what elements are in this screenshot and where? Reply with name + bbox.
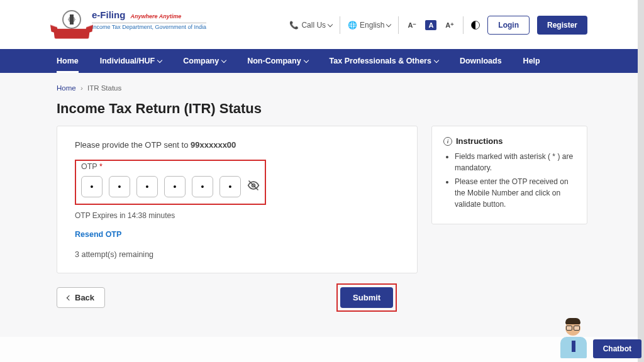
brand-logo: e-Filing Anywhere Anytime Income Tax Dep… [57,10,206,40]
call-us-dropdown[interactable]: 📞 Call Us [289,21,332,30]
otp-digit-6[interactable] [219,176,241,197]
otp-highlight: OTP * [75,160,266,205]
submit-highlight: Submit [336,283,397,312]
login-button[interactable]: Login [487,16,530,35]
nav-noncompany-label: Non-Company [247,57,301,65]
nav-company[interactable]: Company [183,49,226,73]
main-nav: Home Individual/HUF Company Non-Company … [0,49,644,73]
back-button[interactable]: Back [57,287,105,308]
nav-downloads[interactable]: Downloads [460,49,502,73]
info-icon: i [443,137,452,146]
chevron-down-icon [434,57,439,62]
breadcrumb: Home › ITR Status [57,80,587,101]
nav-individual-label: Individual/HUF [100,57,155,65]
nav-individual[interactable]: Individual/HUF [100,49,162,73]
back-label: Back [75,293,94,302]
resend-otp-link[interactable]: Resend OTP [75,230,399,239]
chevron-down-icon [328,21,333,26]
page-title: Income Tax Return (ITR) Status [57,101,587,117]
nav-help[interactable]: Help [523,49,540,73]
otp-digit-3[interactable] [136,176,158,197]
brand-subtitle: Income Tax Department, Government of Ind… [92,25,206,31]
instruction-item: Fields marked with asterisk ( * ) are ma… [455,151,575,173]
nav-taxpro[interactable]: Tax Professionals & Others [330,49,438,73]
otp-mobile: 99xxxxxx00 [191,140,236,150]
contrast-toggle-icon[interactable] [471,21,480,30]
otp-expiry: OTP Expires in 14:38 minutes [75,211,399,220]
language-dropdown[interactable]: 🌐 English [348,21,391,30]
nav-taxpro-label: Tax Professionals & Others [330,57,431,65]
instruction-item: Please enter the OTP received on the Mob… [455,176,575,210]
toggle-visibility-icon[interactable] [247,179,260,195]
divider [340,16,340,34]
otp-intro-text: Please provide the OTP sent to [75,140,191,150]
globe-icon: 🌐 [348,21,357,30]
nav-company-label: Company [183,57,219,65]
font-decrease[interactable]: A⁻ [406,20,418,31]
brand-main: e-Filing [92,9,125,20]
otp-label: OTP [81,162,97,171]
otp-intro: Please provide the OTP sent to 99xxxxxx0… [75,140,399,150]
divider [463,16,464,34]
otp-digit-1[interactable] [81,176,103,197]
chatbot-button[interactable]: Chatbot [593,339,641,358]
otp-digit-4[interactable] [164,176,186,197]
nav-noncompany[interactable]: Non-Company [247,49,308,73]
font-normal[interactable]: A [425,20,436,30]
otp-card: Please provide the OTP sent to 99xxxxxx0… [57,126,418,273]
register-button[interactable]: Register [537,16,587,35]
chevron-down-icon [386,21,391,26]
chevron-down-icon [221,57,226,62]
chatbot-avatar-icon[interactable] [558,317,589,358]
chevron-left-icon [67,295,72,300]
chevron-down-icon [303,57,308,62]
otp-digit-2[interactable] [109,176,130,197]
submit-button[interactable]: Submit [340,287,393,308]
otp-digit-5[interactable] [192,176,213,197]
nav-home[interactable]: Home [57,49,79,73]
call-us-label: Call Us [301,21,326,30]
breadcrumb-current: ITR Status [87,84,121,92]
instructions-card: i Instructions Fields marked with asteri… [431,126,587,224]
phone-icon: 📞 [289,21,299,30]
instructions-title: Instructions [456,136,502,146]
scrollbar-track[interactable] [638,0,644,362]
font-increase[interactable]: A⁺ [444,20,455,31]
divider [398,16,399,34]
otp-attempts: 3 attempt(s) remaining [75,250,399,259]
required-asterisk: * [99,162,103,171]
emblem-icon [57,10,87,40]
brand-tagline: Anywhere Anytime [131,13,182,19]
site-header: e-Filing Anywhere Anytime Income Tax Dep… [0,0,644,49]
chevron-down-icon [157,57,162,62]
breadcrumb-home[interactable]: Home [57,84,76,92]
language-label: English [360,21,384,30]
